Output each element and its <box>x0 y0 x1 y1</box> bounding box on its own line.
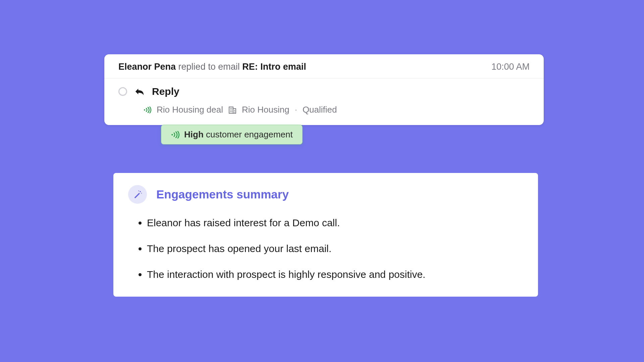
email-body: Reply Rio Housing deal <box>104 78 544 125</box>
svg-point-14 <box>138 190 139 191</box>
deal-name[interactable]: Rio Housing deal <box>157 105 223 115</box>
email-notification-card[interactable]: Eleanor Pena replied to email RE: Intro … <box>104 54 544 125</box>
email-header: Eleanor Pena replied to email RE: Intro … <box>104 54 544 78</box>
summary-header: Engagements summary <box>128 185 523 204</box>
svg-rect-7 <box>230 111 231 112</box>
engagement-badge[interactable]: High customer engagement <box>161 125 303 144</box>
summary-container: Engagements summary Eleanor has raised i… <box>105 164 547 305</box>
signal-icon <box>171 131 179 138</box>
separator-dot: · <box>295 105 297 115</box>
task-radio[interactable] <box>118 87 127 96</box>
company-name[interactable]: Rio Housing <box>242 105 289 115</box>
summary-item: The prospect has opened your last email. <box>147 241 523 256</box>
reply-label: Reply <box>152 86 179 97</box>
svg-rect-1 <box>229 107 233 113</box>
building-icon <box>228 106 236 114</box>
summary-title: Engagements summary <box>156 188 289 201</box>
svg-rect-9 <box>234 110 235 111</box>
svg-rect-10 <box>234 112 235 113</box>
svg-rect-3 <box>230 108 231 109</box>
summary-card: Engagements summary Eleanor has raised i… <box>113 173 538 297</box>
meta-row: Rio Housing deal Rio Housing · Qualified <box>143 105 530 115</box>
svg-rect-4 <box>231 108 232 109</box>
svg-point-0 <box>144 109 145 111</box>
svg-point-13 <box>141 193 142 193</box>
svg-rect-2 <box>233 109 236 113</box>
email-timestamp: 10:00 AM <box>491 62 530 72</box>
sender-name: Eleanor Pena <box>118 62 176 72</box>
summary-item: Eleanor has raised interest for a Demo c… <box>147 215 523 230</box>
action-text: replied to email <box>178 62 243 72</box>
reply-row: Reply <box>118 86 530 97</box>
summary-list: Eleanor has raised interest for a Demo c… <box>128 215 523 282</box>
email-subject: RE: Intro email <box>242 62 306 72</box>
svg-rect-5 <box>230 110 231 111</box>
engagement-text: High customer engagement <box>184 129 293 140</box>
signal-icon <box>143 107 151 113</box>
deal-status: Qualified <box>303 105 337 115</box>
svg-rect-6 <box>231 110 232 111</box>
reply-arrow-icon <box>135 88 145 95</box>
magic-wand-icon <box>133 190 142 199</box>
svg-point-11 <box>171 134 173 135</box>
svg-rect-8 <box>231 111 232 112</box>
summary-item: The interaction with prospect is highly … <box>147 267 523 282</box>
magic-icon-wrap <box>128 185 147 204</box>
svg-point-12 <box>140 191 141 192</box>
email-header-text: Eleanor Pena replied to email RE: Intro … <box>118 62 306 72</box>
